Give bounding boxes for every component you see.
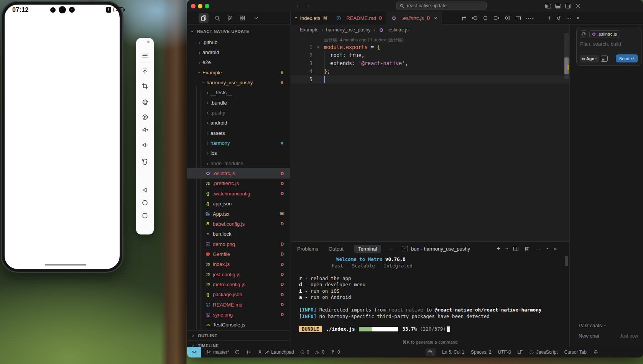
file-row[interactable]: App.tsxM [187, 209, 290, 219]
run-icon[interactable] [505, 15, 511, 21]
file-row[interactable]: Bbabel.config.jsD [187, 219, 290, 229]
close-chat-panel-icon[interactable]: × [577, 15, 580, 21]
folder-row[interactable]: ›harmony [187, 138, 290, 148]
attach-image-icon[interactable] [601, 56, 608, 62]
new-chat-icon[interactable]: + [548, 15, 551, 21]
encoding-item[interactable]: UTF-8 [498, 349, 511, 355]
folder-row[interactable]: ›node_modules [187, 158, 290, 168]
rotate-screen-left-icon[interactable] [141, 98, 149, 106]
agent-mode-selector[interactable]: ∞ Age › [580, 55, 599, 62]
file-row[interactable]: .eslintrc.jsD [187, 168, 290, 178]
ports-item[interactable]: 0 [330, 349, 340, 355]
tab-index-ets[interactable]: ≡ Index.ets M [291, 11, 331, 25]
toggle-secondary-sidebar-icon[interactable] [565, 4, 571, 8]
add-context-button[interactable]: @ [580, 30, 587, 38]
close-panel-icon[interactable]: × [554, 246, 557, 252]
terminal-scrollbar[interactable] [565, 256, 568, 266]
folder-row[interactable]: ›assets [187, 128, 290, 138]
folder-row[interactable]: ›.pushy [187, 108, 290, 118]
settings-gear-icon[interactable] [575, 3, 581, 9]
file-row[interactable]: {}package.jsonD [187, 290, 290, 300]
search-activity-icon[interactable] [212, 13, 222, 23]
explorer-activity-icon[interactable] [199, 13, 209, 23]
tab-readme-md[interactable]: i README.md D [331, 11, 386, 25]
code-editor[interactable]: Example › harmony_use_pushy › .eslintrc.… [291, 25, 569, 241]
file-row[interactable]: JSjest.config.jsD [187, 269, 290, 279]
editor-scrollbar[interactable] [564, 33, 569, 79]
context-file-chip[interactable]: .eslintrc.js [589, 30, 620, 38]
tab-eslintrc-js[interactable]: .eslintrc.js D × [387, 11, 442, 25]
sync-changes-item[interactable] [235, 349, 240, 355]
kill-terminal-trash-icon[interactable] [524, 246, 530, 252]
indentation-item[interactable]: Spaces: 2 [471, 349, 491, 355]
extensions-activity-icon[interactable] [237, 13, 247, 23]
chevron-down-icon[interactable] [251, 13, 261, 23]
file-row[interactable]: sync.pngD [187, 310, 290, 320]
terminal-instance[interactable]: >_ bun - harmony_use_pushy [402, 246, 470, 252]
git-actions-item[interactable] [246, 349, 251, 355]
nav-forward-circle-icon[interactable] [493, 15, 500, 21]
notifications-bell-icon[interactable] [593, 349, 599, 355]
breadcrumb-item[interactable]: Example [300, 27, 319, 33]
language-mode-item[interactable]: JavaScript [529, 349, 557, 355]
explorer-root[interactable]: › REACT-NATIVE-UPDATE [187, 27, 249, 36]
chat-placeholder[interactable]: Plan, search, build [580, 41, 638, 47]
file-row[interactable]: GemfileD [187, 249, 290, 259]
split-terminal-icon[interactable] [513, 247, 518, 251]
terminal-dropdown-icon[interactable]: › [505, 248, 509, 249]
tab-problems[interactable]: Problems [297, 246, 318, 252]
new-terminal-icon[interactable]: + [497, 245, 500, 253]
close-window-button[interactable] [191, 4, 196, 8]
rotate-screen-right-icon[interactable] [141, 113, 149, 121]
folder-row[interactable]: ›e2e [187, 57, 290, 67]
file-row[interactable]: {}.watchmanconfigD [187, 189, 290, 198]
volume-down-icon[interactable] [141, 141, 149, 149]
breadcrumb[interactable]: Example › harmony_use_pushy › .eslintrc.… [300, 27, 409, 33]
panel-more-icon[interactable]: ⋯ [387, 246, 392, 252]
launchpad-item[interactable]: Launchpad [257, 349, 294, 355]
chat-history-icon[interactable]: ↺ [557, 15, 561, 21]
home-button-icon[interactable] [141, 198, 149, 207]
remote-indicator[interactable]: >< [187, 347, 201, 357]
file-row[interactable]: JSmetro.config.jsD [187, 279, 290, 289]
toolbar-minimize-button[interactable]: − [138, 39, 145, 46]
eol-item[interactable]: LF [517, 349, 523, 355]
menu-icon[interactable] [141, 51, 149, 60]
problems-errors-item[interactable]: 0 [300, 349, 309, 355]
cursor-tab-item[interactable]: Cursor Tab [564, 349, 586, 355]
folder-row[interactable]: ›Example [187, 67, 290, 77]
file-row[interactable]: {}app.json [187, 199, 290, 209]
volume-up-icon[interactable] [141, 125, 149, 134]
chat-input-box[interactable]: @ .eslintrc.js Plan, search, build ∞ Age… [576, 27, 641, 66]
timeline-section[interactable]: › TIMELINE [187, 340, 290, 347]
screenshot-crop-icon[interactable] [141, 82, 149, 90]
history-forward-button[interactable]: → [303, 2, 311, 8]
toolbar-close-button[interactable]: × [145, 39, 152, 46]
nav-back-circle-icon[interactable] [471, 15, 478, 21]
file-row[interactable]: demo.pngD [187, 239, 290, 249]
circle-icon[interactable] [483, 15, 488, 21]
send-button[interactable]: Send ↵ [616, 54, 638, 62]
close-tab-icon[interactable]: × [434, 15, 437, 21]
zoom-item[interactable] [426, 348, 436, 356]
terminal-output[interactable]: Welcome to Metro v0.76.8Fast - Scalable … [299, 256, 566, 332]
tab-terminal[interactable]: Terminal [354, 245, 381, 253]
outline-section[interactable]: › OUTLINE [187, 330, 290, 340]
folder-row[interactable]: ›.github [187, 37, 290, 47]
past-chats-toggle[interactable]: Past chats › [579, 323, 605, 328]
history-back-button[interactable]: ← [294, 2, 302, 8]
chat-history-item[interactable]: New chat Just now [579, 333, 638, 339]
folder-row[interactable]: ›android [187, 47, 290, 57]
folder-row[interactable]: ›__tests__ [187, 88, 290, 98]
folder-row[interactable]: ›harmony_use_pushy [187, 77, 290, 87]
file-row[interactable]: iREADME.mdD [187, 300, 290, 310]
minimize-window-button[interactable] [198, 4, 202, 8]
home-indicator[interactable] [45, 264, 86, 266]
tab-output[interactable]: Output [329, 246, 344, 252]
breadcrumb-item[interactable]: .eslintrc.js [387, 27, 409, 33]
command-center-search[interactable]: react-native-update [396, 2, 487, 10]
phone-screen[interactable]: 07:12 ! 100 [5, 5, 120, 269]
folder-row[interactable]: ›.bundle [187, 98, 290, 108]
folder-row[interactable]: ›ios [187, 148, 290, 158]
source-control-activity-icon[interactable] [225, 13, 235, 23]
